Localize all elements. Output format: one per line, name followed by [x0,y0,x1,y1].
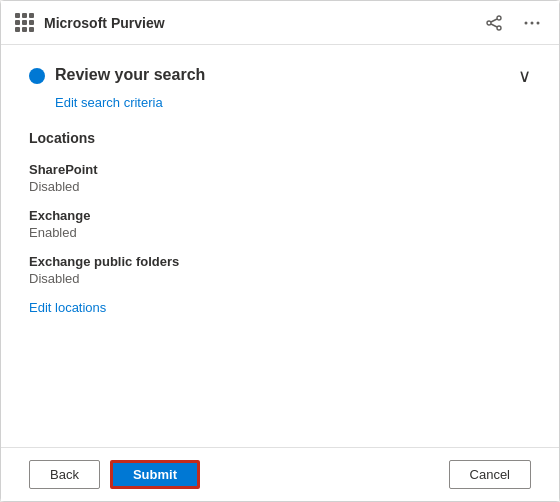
exchange-public-label: Exchange public folders [29,254,531,269]
svg-line-3 [491,19,497,22]
cancel-button[interactable]: Cancel [449,460,531,489]
app-title: Microsoft Purview [44,15,165,31]
locations-section-title: Locations [29,130,531,146]
sharepoint-label: SharePoint [29,162,531,177]
svg-line-4 [491,24,497,27]
edit-locations-link[interactable]: Edit locations [29,300,531,315]
main-window: Microsoft Purview [0,0,560,502]
review-header: Review your search ∨ [29,65,531,87]
svg-point-1 [487,21,491,25]
sharepoint-status: Disabled [29,179,531,194]
title-bar-right [481,10,545,36]
chevron-down-icon[interactable]: ∨ [518,65,531,87]
exchange-label: Exchange [29,208,531,223]
list-item: SharePoint Disabled [29,162,531,194]
share-button[interactable] [481,10,507,36]
svg-point-2 [497,26,501,30]
svg-point-5 [525,21,528,24]
svg-point-0 [497,16,501,20]
more-button[interactable] [519,10,545,36]
content-area: Review your search ∨ Edit search criteri… [1,45,559,447]
status-indicator [29,68,45,84]
title-bar: Microsoft Purview [1,1,559,45]
list-item: Exchange public folders Disabled [29,254,531,286]
review-header-left: Review your search [29,65,205,86]
edit-search-link[interactable]: Edit search criteria [55,95,531,110]
svg-point-6 [531,21,534,24]
review-title: Review your search [55,65,205,86]
exchange-public-status: Disabled [29,271,531,286]
svg-point-7 [537,21,540,24]
list-item: Exchange Enabled [29,208,531,240]
footer: Back Submit Cancel [1,447,559,501]
footer-left-buttons: Back Submit [29,460,200,489]
exchange-status: Enabled [29,225,531,240]
apps-icon[interactable] [15,13,34,32]
title-bar-left: Microsoft Purview [15,13,165,32]
back-button[interactable]: Back [29,460,100,489]
submit-button[interactable]: Submit [110,460,200,489]
